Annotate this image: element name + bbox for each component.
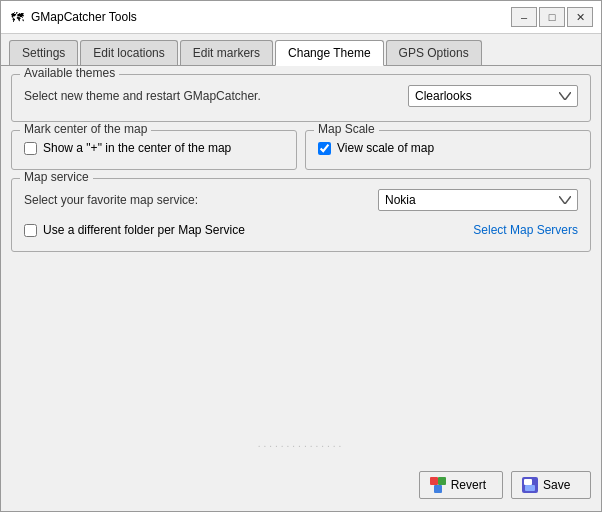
show-plus-checkbox[interactable] (24, 142, 37, 155)
main-panel: Available themes Select new theme and re… (11, 74, 591, 501)
view-scale-row: View scale of map (318, 137, 578, 159)
tab-edit-markers[interactable]: Edit markers (180, 40, 273, 65)
tab-gps-options[interactable]: GPS Options (386, 40, 482, 65)
show-plus-row: Show a "+" in the center of the map (24, 137, 284, 159)
map-service-row: Select your favorite map service: Nokia … (24, 185, 578, 215)
theme-row: Select new theme and restart GMapCatcher… (24, 81, 578, 111)
folder-checkbox-row: Use a different folder per Map Service (24, 219, 245, 241)
maximize-button[interactable]: □ (539, 7, 565, 27)
theme-instruction-label: Select new theme and restart GMapCatcher… (24, 89, 261, 103)
save-label: Save (543, 478, 570, 492)
map-service-select[interactable]: Nokia Google Maps OpenStreetMap Bing Map… (378, 189, 578, 211)
revert-icon-blue (434, 485, 442, 493)
minimize-button[interactable]: – (511, 7, 537, 27)
service-bottom-row: Use a different folder per Map Service S… (24, 215, 578, 241)
map-scale-group: Map Scale View scale of map (305, 130, 591, 170)
tab-bar: Settings Edit locations Edit markers Cha… (1, 34, 601, 65)
folder-checkbox[interactable] (24, 224, 37, 237)
theme-select[interactable]: Clearlooks Default High Contrast Nimbus (408, 85, 578, 107)
show-plus-label: Show a "+" in the center of the map (43, 141, 231, 155)
bottom-buttons: Revert Save (11, 467, 591, 501)
save-button[interactable]: Save (511, 471, 591, 499)
available-themes-group: Available themes Select new theme and re… (11, 74, 591, 122)
app-icon: 🗺 (9, 9, 25, 25)
close-button[interactable]: ✕ (567, 7, 593, 27)
mark-center-legend: Mark center of the map (20, 122, 151, 136)
spacer (11, 260, 591, 420)
revert-button[interactable]: Revert (419, 471, 503, 499)
dotted-separator: ............... (11, 428, 591, 459)
revert-label: Revert (451, 478, 486, 492)
tab-change-theme[interactable]: Change Theme (275, 40, 384, 66)
map-scale-legend: Map Scale (314, 122, 379, 136)
revert-icon (430, 477, 446, 493)
save-icon-graphic (522, 477, 538, 493)
available-themes-legend: Available themes (20, 66, 119, 80)
map-service-legend: Map service (20, 170, 93, 184)
content-area: Available themes Select new theme and re… (1, 65, 601, 511)
view-scale-label: View scale of map (337, 141, 434, 155)
two-col-row: Mark center of the map Show a "+" in the… (11, 130, 591, 170)
view-scale-checkbox[interactable] (318, 142, 331, 155)
tab-edit-locations[interactable]: Edit locations (80, 40, 177, 65)
select-map-servers-link[interactable]: Select Map Servers (473, 223, 578, 237)
folder-label: Use a different folder per Map Service (43, 223, 245, 237)
map-service-label: Select your favorite map service: (24, 193, 198, 207)
main-window: 🗺 GMapCatcher Tools – □ ✕ Settings Edit … (0, 0, 602, 512)
window-title: GMapCatcher Tools (31, 10, 511, 24)
window-controls: – □ ✕ (511, 7, 593, 27)
revert-icon-graphic (430, 477, 446, 493)
save-icon (522, 477, 538, 493)
map-service-group: Map service Select your favorite map ser… (11, 178, 591, 252)
tab-settings[interactable]: Settings (9, 40, 78, 65)
mark-center-group: Mark center of the map Show a "+" in the… (11, 130, 297, 170)
title-bar: 🗺 GMapCatcher Tools – □ ✕ (1, 1, 601, 34)
